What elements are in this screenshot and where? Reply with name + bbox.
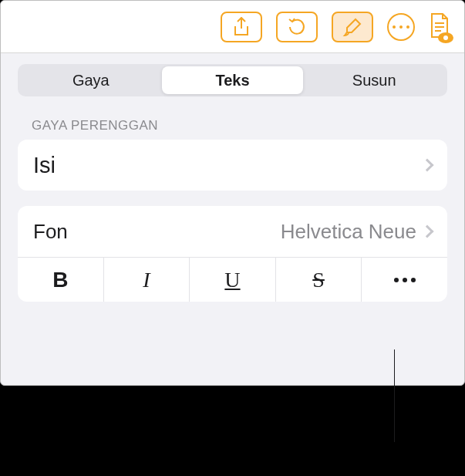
tab-susun[interactable]: Susun <box>303 66 445 94</box>
font-row[interactable]: Fon Helvetica Neue <box>18 206 447 257</box>
undo-icon <box>286 16 308 38</box>
tab-teks[interactable]: Teks <box>162 66 304 94</box>
paragraph-style-label: GAYA PERENGGAN <box>32 118 433 133</box>
top-toolbar <box>1 1 464 53</box>
paragraph-style-card: Isi <box>18 140 447 191</box>
share-button[interactable] <box>221 12 262 42</box>
bold-button[interactable]: B <box>18 258 103 302</box>
document-view-button[interactable] <box>429 12 450 42</box>
italic-button[interactable]: I <box>103 258 190 302</box>
text-style-buttons: B I U S <box>18 257 447 302</box>
paintbrush-icon <box>342 17 362 37</box>
chevron-right-icon <box>421 159 434 172</box>
font-value: Helvetica Neue <box>281 220 416 244</box>
more-icon <box>393 25 409 29</box>
format-tabs: Gaya Teks Susun <box>18 64 447 96</box>
more-icon <box>394 278 416 282</box>
undo-button[interactable] <box>276 12 318 42</box>
strikethrough-button[interactable]: S <box>275 258 362 302</box>
underline-button[interactable]: U <box>189 258 275 302</box>
format-button[interactable] <box>332 12 373 42</box>
tab-gaya[interactable]: Gaya <box>20 66 162 94</box>
chevron-right-icon <box>421 225 434 238</box>
eye-badge-icon <box>438 32 453 43</box>
paragraph-style-row[interactable]: Isi <box>18 140 447 191</box>
font-card: Fon Helvetica Neue B I U S <box>18 206 447 302</box>
paragraph-style-value: Isi <box>33 153 416 178</box>
callout-line <box>394 349 395 442</box>
format-panel: Gaya Teks Susun GAYA PERENGGAN Isi Fon H… <box>0 0 465 386</box>
text-style-more-button[interactable] <box>361 258 447 302</box>
font-label: Fon <box>33 220 281 244</box>
toolbar-more-button[interactable] <box>387 13 415 41</box>
share-icon <box>233 17 250 37</box>
